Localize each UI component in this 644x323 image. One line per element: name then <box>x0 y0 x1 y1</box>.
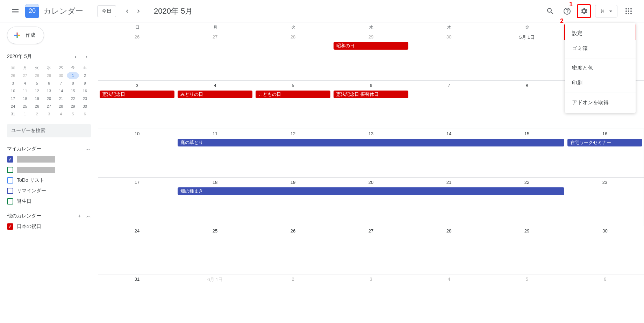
search-people-input[interactable]: ユーザーを検索 <box>7 124 91 137</box>
menu-item-settings[interactable]: 設定 <box>565 26 636 41</box>
menu-item-addons[interactable]: アドオンを取得 <box>565 95 636 110</box>
day-cell[interactable]: 17 <box>98 178 176 226</box>
checkbox-icon[interactable] <box>7 198 13 204</box>
create-button[interactable]: 作成 <box>7 27 44 44</box>
svg-point-3 <box>625 10 627 12</box>
day-cell[interactable]: 11 <box>176 129 254 177</box>
event-holiday[interactable]: 昭和の日 <box>334 42 408 50</box>
prev-month-button[interactable] <box>122 6 133 17</box>
day-cell[interactable]: 3 憲法記念日 <box>98 81 176 129</box>
checkbox-icon[interactable] <box>7 167 13 173</box>
day-cell[interactable]: 21 <box>410 178 488 226</box>
day-cell[interactable]: 26 <box>98 32 176 80</box>
day-cell[interactable]: 6 <box>566 274 644 323</box>
view-switcher[interactable]: 月 <box>595 5 617 17</box>
calendar-item-reminder[interactable]: リマインダー <box>7 188 91 194</box>
app-header: 20 カレンダー 今日 2020年 5月 月 1 <box>0 0 644 22</box>
week-row: 26 27 28 29 昭和の日 30 5月 1日 2 <box>98 32 644 81</box>
day-cell[interactable]: 26 <box>254 226 332 274</box>
day-cell[interactable]: 6月 1日 <box>176 274 254 323</box>
day-cell[interactable]: 5 <box>488 274 566 323</box>
date-nav <box>122 6 144 17</box>
mini-next-button[interactable]: › <box>83 52 91 61</box>
day-cell[interactable]: 3 <box>332 274 410 323</box>
day-cell[interactable]: 7 <box>410 81 488 129</box>
day-cell[interactable]: 29 昭和の日 <box>332 32 410 80</box>
next-month-button[interactable] <box>133 6 144 17</box>
main-menu-button[interactable] <box>7 3 24 20</box>
menu-item-trash[interactable]: ゴミ箱 <box>565 41 636 56</box>
calendar-item-todo[interactable]: ToDo リスト <box>7 177 91 184</box>
svg-point-6 <box>625 13 627 14</box>
day-cell[interactable]: 15 <box>488 129 566 177</box>
day-cell[interactable]: 18 <box>176 178 254 226</box>
day-cell[interactable]: 22 <box>488 178 566 226</box>
day-cell[interactable]: 6 憲法記念日 振替休日 <box>332 81 410 129</box>
checkbox-icon[interactable] <box>7 177 13 184</box>
day-cell[interactable]: 13 <box>332 129 410 177</box>
day-cell[interactable]: 10 <box>98 129 176 177</box>
day-cell[interactable]: 5 こどもの日 <box>254 81 332 129</box>
event-holiday[interactable]: 憲法記念日 振替休日 <box>334 91 408 98</box>
my-calendars-list: ToDo リスト リマインダー 誕生日 <box>7 156 91 204</box>
caret-down-icon <box>607 8 614 15</box>
day-cell[interactable]: 14 <box>410 129 488 177</box>
my-calendars-header[interactable]: マイカレンダー ︿ <box>7 146 91 152</box>
day-cell[interactable]: 29 <box>488 226 566 274</box>
day-cell[interactable]: 12 <box>254 129 332 177</box>
redacted-name <box>17 156 55 163</box>
day-cell[interactable]: 25 <box>176 226 254 274</box>
day-cell[interactable]: 23 <box>566 178 644 226</box>
google-apps-button[interactable] <box>622 4 636 18</box>
add-calendar-button[interactable]: ＋ <box>77 213 82 219</box>
day-cell[interactable]: 16 在宅ワークセミナー <box>566 129 644 177</box>
event-holiday[interactable]: 憲法記念日 <box>100 91 174 98</box>
event-seeding[interactable]: 畑の種まき <box>178 187 565 195</box>
settings-button[interactable] <box>577 4 591 18</box>
day-cell[interactable]: 31 <box>98 274 176 323</box>
checkbox-icon[interactable] <box>7 188 13 194</box>
plus-icon <box>13 31 21 40</box>
event-holiday[interactable]: こどもの日 <box>256 91 330 98</box>
event-holiday[interactable]: みどりの日 <box>178 91 252 98</box>
calendar-item-jp-holiday[interactable]: 日本の祝日 <box>7 223 91 230</box>
other-calendars-list: 日本の祝日 <box>7 223 91 230</box>
day-cell[interactable]: 2 <box>254 274 332 323</box>
app-name: カレンダー <box>43 6 83 16</box>
mini-cal-title: 2020年 5月 <box>7 53 32 60</box>
day-cell[interactable]: 20 <box>332 178 410 226</box>
redacted-name <box>17 167 55 173</box>
help-icon <box>563 7 571 15</box>
day-cell[interactable]: 28 <box>254 32 332 80</box>
day-cell[interactable]: 28 <box>410 226 488 274</box>
day-cell[interactable]: 24 <box>98 226 176 274</box>
day-cell[interactable]: 30 <box>410 32 488 80</box>
checkbox-icon[interactable] <box>7 156 13 163</box>
svg-point-1 <box>628 8 629 9</box>
event-seminar[interactable]: 在宅ワークセミナー <box>567 139 642 146</box>
event-gardening[interactable]: 庭の草とり <box>178 139 565 146</box>
day-cell[interactable]: 4 <box>410 274 488 323</box>
menu-item-print[interactable]: 印刷 <box>565 76 636 91</box>
week-row: 3 憲法記念日 4 みどりの日 5 こどもの日 6 憲法記念日 振替休日 7 8… <box>98 81 644 129</box>
chevron-up-icon: ︿ <box>86 146 91 152</box>
today-button[interactable]: 今日 <box>97 5 116 17</box>
checkbox-icon[interactable] <box>7 223 13 230</box>
day-cell[interactable]: 19 <box>254 178 332 226</box>
calendar-item-user2[interactable] <box>7 167 91 173</box>
menu-item-density[interactable]: 密度と色 <box>565 60 636 76</box>
day-cell[interactable]: 8 <box>488 81 566 129</box>
annotation-1: 1 <box>569 1 573 8</box>
mini-prev-button[interactable]: ‹ <box>71 52 80 61</box>
day-cell[interactable]: 27 <box>176 32 254 80</box>
other-calendars-header[interactable]: 他のカレンダー ＋︿ <box>7 213 91 219</box>
search-icon <box>546 7 554 15</box>
day-cell[interactable]: 4 みどりの日 <box>176 81 254 129</box>
day-cell[interactable]: 27 <box>332 226 410 274</box>
calendar-item-user1[interactable] <box>7 156 91 163</box>
mini-calendar[interactable]: 日月火水木金土 262728293012 3456789 10111213141… <box>7 64 91 118</box>
search-button[interactable] <box>543 4 557 18</box>
day-cell[interactable]: 30 <box>566 226 644 274</box>
calendar-item-birthday[interactable]: 誕生日 <box>7 198 91 204</box>
day-cell[interactable]: 5月 1日 <box>488 32 566 80</box>
